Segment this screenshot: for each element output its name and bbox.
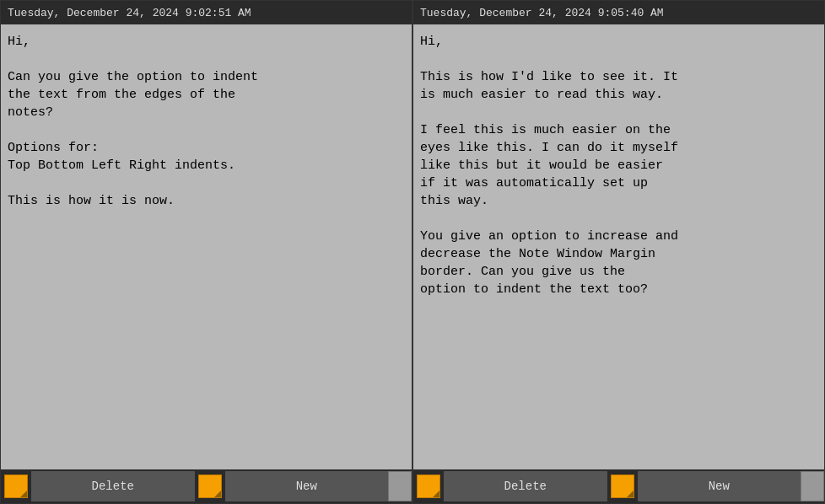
note-icon-3[interactable]: [413, 471, 444, 501]
sticky-note-icon-2[interactable]: [198, 475, 222, 498]
scroll-handle-1[interactable]: [388, 471, 412, 501]
note-icon-2[interactable]: [195, 471, 225, 501]
scroll-handle-2[interactable]: [801, 471, 824, 501]
delete-button-2[interactable]: Delete: [444, 471, 607, 501]
note-content-2[interactable]: Hi, This is how I'd like to see it. It i…: [413, 24, 824, 469]
new-button-1[interactable]: New: [225, 471, 389, 501]
note-toolbar-1: Delete New: [1, 469, 412, 503]
sticky-note-icon-4[interactable]: [611, 475, 634, 498]
note-icon-1[interactable]: [1, 471, 31, 501]
note-title-text-1: Tuesday, December 24, 2024 9:02:51 AM: [8, 7, 251, 19]
new-button-2[interactable]: New: [638, 471, 801, 501]
note-icon-4[interactable]: [607, 471, 638, 501]
delete-button-1[interactable]: Delete: [31, 471, 195, 501]
note-window-1: Tuesday, December 24, 2024 9:02:51 AM Hi…: [0, 0, 412, 504]
sticky-note-icon-1[interactable]: [4, 475, 28, 498]
note-titlebar-1: Tuesday, December 24, 2024 9:02:51 AM: [1, 1, 412, 24]
note-window-2: Tuesday, December 24, 2024 9:05:40 AM Hi…: [412, 0, 825, 504]
note-title-text-2: Tuesday, December 24, 2024 9:05:40 AM: [420, 7, 664, 19]
note-content-1[interactable]: Hi, Can you give the option to indent th…: [1, 24, 412, 469]
sticky-note-icon-3[interactable]: [417, 475, 440, 498]
note-titlebar-2: Tuesday, December 24, 2024 9:05:40 AM: [413, 1, 824, 24]
note-toolbar-2: Delete New: [413, 469, 824, 503]
